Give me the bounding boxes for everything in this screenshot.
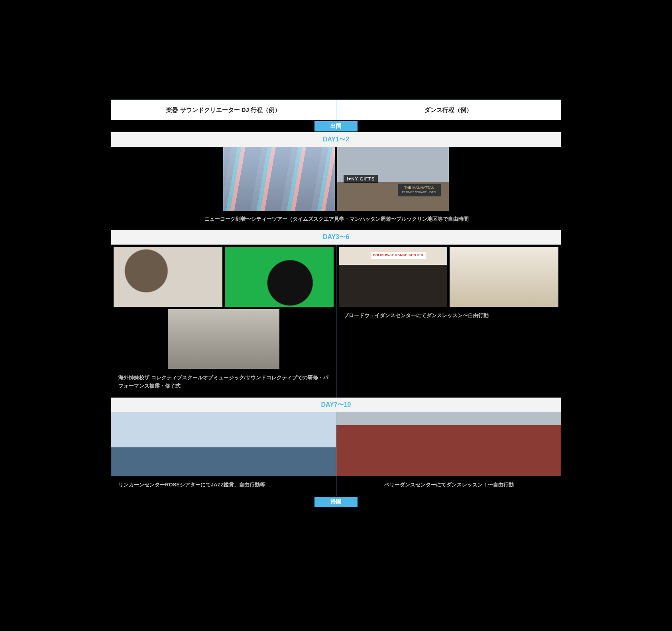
day7-row: リンカーンセンターROSEシアターにてJAZZ鑑賞、自由行動等 ペリーダンスセン… xyxy=(111,412,561,496)
departure-pill: 出国 xyxy=(314,121,358,131)
header-row: 楽器 サウンドクリエーター DJ 行程（例） ダンス行程（例） xyxy=(111,100,561,120)
departure-band: 出国 xyxy=(111,120,561,132)
photo-manhattan-hotel: I♥NY GIFTS THE MANHATTAN AT TIMES SQUARE… xyxy=(337,147,449,211)
day7-label: DAY7〜10 xyxy=(111,398,561,412)
photo-brick-building xyxy=(336,412,561,476)
day1-caption: ニューヨーク到着〜シティーツアー（タイムズスクエア見学・マンハッタン周遊〜ブルッ… xyxy=(111,211,561,230)
photo-studio-keyboard xyxy=(168,309,279,369)
photo-guitar-lesson xyxy=(114,247,222,307)
iny-sign: I♥NY GIFTS xyxy=(344,175,378,183)
day1-images: I♥NY GIFTS THE MANHATTAN AT TIMES SQUARE… xyxy=(111,147,561,211)
bdc-sign: BROADWAY DANCE CENTER xyxy=(371,252,426,259)
day7-left: リンカーンセンターROSEシアターにてJAZZ鑑賞、自由行動等 xyxy=(111,412,336,496)
photo-bdc-group: BROADWAY DANCE CENTER xyxy=(339,247,448,307)
return-pill: 帰国 xyxy=(314,497,358,507)
day7-right-caption: ペリーダンスセンターにてダンスレッスン！〜自由行動 xyxy=(336,476,561,496)
itinerary-table: 楽器 サウンドクリエーター DJ 行程（例） ダンス行程（例） 出国 DAY1〜… xyxy=(111,100,561,508)
day3-left: 海外姉妹校ザ コレクティブスクールオブミュージック/サウンドコレクティブでの研修… xyxy=(111,245,336,398)
hotel-sign-line1: THE MANHATTAN xyxy=(404,186,434,190)
day3-left-caption: 海外姉妹校ザ コレクティブスクールオブミュージック/サウンドコレクティブでの研修… xyxy=(111,369,336,398)
day3-right-caption: ブロードウェイダンスセンターにてダンスレッスン〜自由行動 xyxy=(336,307,561,327)
photo-river-skyline xyxy=(111,412,336,476)
header-left: 楽器 サウンドクリエーター DJ 行程（例） xyxy=(111,100,336,120)
day1-block: I♥NY GIFTS THE MANHATTAN AT TIMES SQUARE… xyxy=(111,147,561,230)
day1-label: DAY1〜2 xyxy=(111,132,561,147)
return-band: 帰国 xyxy=(111,496,561,508)
day7-left-caption: リンカーンセンターROSEシアターにてJAZZ鑑賞、自由行動等 xyxy=(111,476,336,496)
header-right: ダンス行程（例） xyxy=(336,100,561,120)
photo-times-square xyxy=(223,147,335,211)
day7-right: ペリーダンスセンターにてダンスレッスン！〜自由行動 xyxy=(336,412,561,496)
hotel-sign-line2: AT TIMES SQUARE HOTEL xyxy=(402,191,437,194)
hotel-sign: THE MANHATTAN AT TIMES SQUARE HOTEL xyxy=(398,184,441,196)
day3-label: DAY3〜6 xyxy=(111,230,561,245)
photo-dance-class xyxy=(450,247,558,307)
day3-right: BROADWAY DANCE CENTER ブロードウェイダンスセンターにてダン… xyxy=(336,245,561,398)
photo-dj-greenscreen xyxy=(225,247,334,307)
day3-row: 海外姉妹校ザ コレクティブスクールオブミュージック/サウンドコレクティブでの研修… xyxy=(111,245,561,398)
